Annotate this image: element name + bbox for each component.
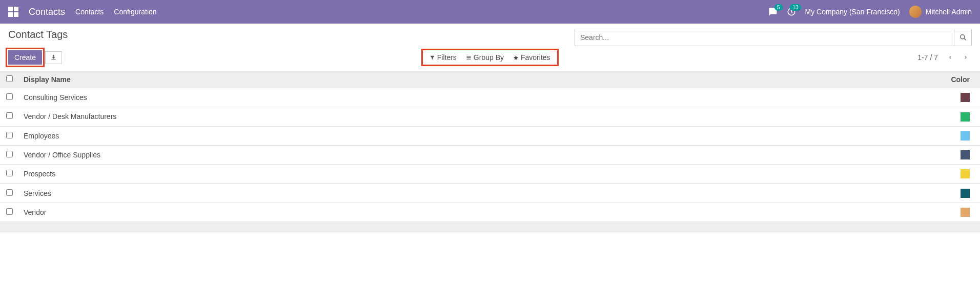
chevron-right-icon [963, 54, 968, 61]
row-name-cell: Vendor / Office Supplies [18, 145, 929, 164]
list-icon [466, 55, 472, 61]
apps-icon[interactable] [8, 7, 18, 17]
row-checkbox[interactable] [6, 208, 13, 215]
search-options: Filters Group By Favorites [424, 52, 556, 63]
pager-prev[interactable] [944, 51, 956, 64]
row-name-cell: Prospects [18, 165, 929, 184]
color-swatch [961, 169, 970, 178]
nav-link-contacts[interactable]: Contacts [75, 8, 104, 16]
row-checkbox-cell [0, 126, 18, 145]
company-selector[interactable]: My Company (San Francisco) [805, 8, 900, 16]
groupby-dropdown[interactable]: Group By [466, 53, 504, 62]
row-checkbox[interactable] [6, 189, 13, 196]
nav-link-configuration[interactable]: Configuration [114, 8, 156, 16]
row-name-cell: Vendor / Desk Manufacturers [18, 107, 929, 126]
row-checkbox-cell [0, 203, 18, 222]
filters-dropdown[interactable]: Filters [430, 53, 457, 62]
row-checkbox-cell [0, 88, 18, 107]
table-footer [0, 222, 980, 232]
table-row[interactable]: Consulting Services [0, 88, 980, 107]
table-row[interactable]: Vendor / Desk Manufacturers [0, 107, 980, 126]
header-checkbox-cell [0, 71, 18, 88]
pager-text[interactable]: 1-7 / 7 [917, 53, 938, 62]
search-area [575, 29, 972, 46]
search-button[interactable] [954, 29, 971, 46]
user-menu[interactable]: Mitchell Admin [909, 6, 972, 18]
favorites-dropdown[interactable]: Favorites [513, 53, 550, 62]
navbar-left: Contacts Contacts Configuration [8, 7, 157, 17]
color-swatch [961, 150, 970, 159]
activities-badge: 13 [790, 4, 801, 11]
table-row[interactable]: Services [0, 184, 980, 203]
table-row[interactable]: Prospects [0, 165, 980, 184]
row-color-cell [929, 165, 980, 184]
create-button[interactable]: Create [8, 50, 42, 65]
messages-badge: 5 [774, 4, 783, 11]
search-input[interactable] [575, 29, 954, 46]
download-icon [50, 54, 57, 61]
color-swatch [961, 112, 970, 122]
row-name-cell: Consulting Services [18, 88, 929, 107]
row-color-cell [929, 145, 980, 164]
row-checkbox[interactable] [6, 112, 13, 119]
main-navbar: Contacts Contacts Configuration 5 13 My … [0, 0, 980, 24]
select-all-checkbox[interactable] [6, 75, 13, 82]
row-color-cell [929, 184, 980, 203]
row-name-cell: Employees [18, 126, 929, 145]
row-checkbox-cell [0, 184, 18, 203]
user-name: Mitchell Admin [926, 8, 972, 16]
control-panel-top: Contact Tags [8, 29, 972, 46]
pager-buttons [944, 51, 972, 64]
header-display-name[interactable]: Display Name [18, 71, 929, 88]
row-color-cell [929, 88, 980, 107]
row-color-cell [929, 107, 980, 126]
row-checkbox[interactable] [6, 93, 13, 100]
row-checkbox-cell [0, 107, 18, 126]
pager-next[interactable] [959, 51, 972, 64]
chevron-left-icon [948, 54, 953, 61]
row-checkbox[interactable] [6, 170, 13, 176]
table-row[interactable]: Employees [0, 126, 980, 145]
svg-line-2 [964, 38, 966, 41]
svg-point-1 [960, 35, 964, 39]
messages-icon[interactable]: 5 [768, 7, 778, 16]
page-title: Contact Tags [8, 29, 68, 41]
header-color[interactable]: Color [929, 71, 980, 88]
color-swatch [961, 93, 970, 102]
color-swatch [961, 189, 970, 198]
control-panel: Contact Tags Create Filters [0, 24, 980, 68]
row-name-cell: Services [18, 184, 929, 203]
cp-left-buttons: Create [8, 50, 62, 65]
control-panel-bottom: Create Filters Group By Favorites [8, 50, 972, 65]
cp-right: 1-7 / 7 [917, 51, 972, 64]
user-avatar-icon [909, 6, 922, 18]
table-row[interactable]: Vendor / Office Supplies [0, 145, 980, 164]
star-icon [513, 55, 519, 61]
row-checkbox-cell [0, 165, 18, 184]
tags-table: Display Name Color Consulting ServicesVe… [0, 71, 980, 232]
color-swatch [961, 131, 970, 141]
table-header-row: Display Name Color [0, 71, 980, 88]
row-color-cell [929, 126, 980, 145]
row-checkbox-cell [0, 145, 18, 164]
row-checkbox[interactable] [6, 151, 13, 157]
groupby-label: Group By [474, 53, 504, 62]
filters-label: Filters [437, 53, 457, 62]
activities-icon[interactable]: 13 [787, 7, 796, 16]
favorites-label: Favorites [521, 53, 550, 62]
app-title[interactable]: Contacts [29, 7, 65, 17]
color-swatch [961, 208, 970, 217]
row-name-cell: Vendor [18, 203, 929, 222]
table-row[interactable]: Vendor [0, 203, 980, 222]
search-icon [959, 34, 967, 41]
export-button[interactable] [45, 51, 62, 64]
row-color-cell [929, 203, 980, 222]
row-checkbox[interactable] [6, 132, 13, 138]
search-box [575, 29, 972, 46]
funnel-icon [430, 55, 435, 61]
navbar-right: 5 13 My Company (San Francisco) Mitchell… [768, 6, 972, 18]
